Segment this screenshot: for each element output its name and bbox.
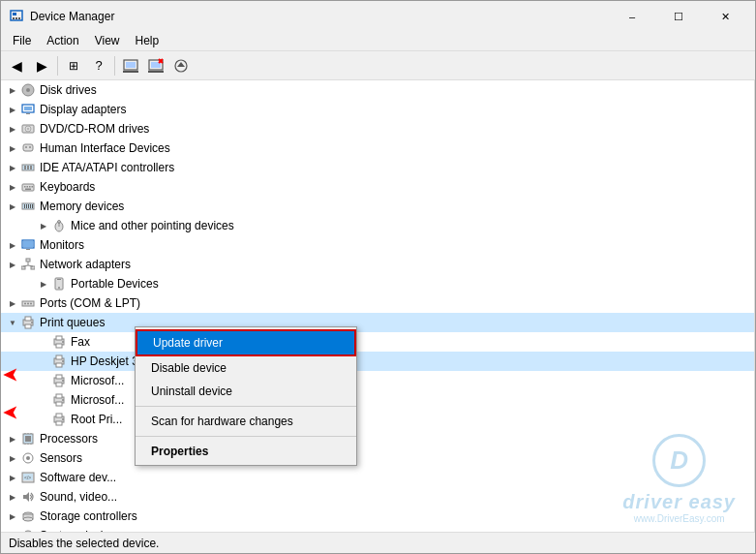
toolbar-properties[interactable]: ⊞: [62, 54, 85, 77]
tree-item-hid[interactable]: ▶ Human Interface Devices: [1, 138, 754, 158]
window-controls[interactable]: – ☐ ✕: [610, 7, 747, 26]
icon-storage: [20, 508, 36, 524]
toolbar-scan[interactable]: [119, 54, 142, 77]
toolbar-back[interactable]: ◀: [5, 54, 28, 77]
tree-item-ports[interactable]: ▶ Ports (COM & LPT): [1, 293, 754, 313]
svg-point-22: [27, 128, 29, 130]
svg-rect-38: [26, 204, 27, 208]
arrow-dvdcd: ▶: [5, 121, 20, 137]
tree-item-portable[interactable]: ▶ Portable Devices: [1, 274, 754, 293]
icon-monitors: [20, 237, 36, 253]
title-bar: Device Manager – ☐ ✕: [1, 1, 755, 30]
svg-rect-33: [29, 186, 31, 188]
svg-rect-2: [13, 17, 15, 19]
svg-rect-31: [24, 186, 26, 188]
label-portable: Portable Devices: [71, 277, 159, 291]
tree-item-system[interactable]: ▶ System devices: [1, 526, 754, 532]
tree-item-dvdcd[interactable]: ▶ DVD/CD-ROM drives: [1, 119, 754, 138]
toolbar-help[interactable]: ?: [87, 54, 110, 77]
toolbar-uninstall[interactable]: [144, 54, 167, 77]
arrow-display-adapters: ▶: [5, 102, 20, 117]
icon-ports: [20, 295, 36, 311]
context-menu-sep-2: [136, 436, 356, 437]
window-icon: [9, 9, 24, 24]
icon-microsoft1: [51, 373, 67, 388]
menu-help[interactable]: Help: [128, 32, 167, 48]
close-button[interactable]: ✕: [703, 7, 747, 26]
toolbar-forward[interactable]: ▶: [30, 54, 53, 77]
svg-line-52: [23, 265, 28, 266]
tree-item-storage[interactable]: ▶ Storage controllers: [1, 507, 754, 526]
svg-rect-39: [28, 204, 29, 208]
svg-point-59: [27, 303, 29, 305]
label-monitors: Monitors: [40, 238, 84, 252]
context-menu-disable-device[interactable]: Disable device: [136, 356, 356, 380]
arrow-system: ▶: [5, 528, 20, 532]
context-menu-properties[interactable]: Properties: [136, 440, 356, 463]
svg-point-25: [29, 146, 31, 148]
arrow-memory: ▶: [5, 199, 20, 214]
context-menu-uninstall-device[interactable]: Uninstall device: [136, 380, 356, 403]
tree-item-print-queues[interactable]: ▼ Print queues: [1, 313, 754, 332]
arrow-portable: ▶: [36, 276, 51, 292]
tree-item-processors[interactable]: ▶ Processors: [1, 429, 754, 448]
tree-item-network[interactable]: ▶ Network adapters: [1, 255, 754, 274]
tree-item-keyboards[interactable]: ▶ Keyboards: [1, 177, 754, 197]
label-processors: Processors: [40, 432, 98, 446]
toolbar-sep-2: [114, 56, 115, 76]
arrow-print-queues: ▼: [5, 315, 20, 330]
tree-item-ide[interactable]: ▶ IDE ATA/ATAPI controllers: [1, 158, 754, 177]
toolbar-update[interactable]: [169, 54, 193, 77]
tree-item-sound[interactable]: ▶ Sound, video...: [1, 487, 754, 507]
label-memory: Memory devices: [40, 200, 124, 213]
svg-rect-71: [56, 363, 62, 367]
icon-hid: [20, 140, 36, 156]
tree-item-display-adapters[interactable]: ▶ Display adapters: [1, 100, 754, 119]
tree-item-disk-drives[interactable]: ▶ Disk drives: [1, 80, 754, 100]
label-display-adapters: Display adapters: [40, 103, 126, 116]
icon-ide: [20, 160, 36, 175]
svg-rect-78: [56, 394, 62, 398]
svg-rect-34: [32, 186, 34, 188]
tree-item-mice[interactable]: ▶ Mice and other pointing devices: [1, 216, 754, 235]
icon-microsoft2: [51, 392, 67, 408]
arrow-monitors: ▶: [5, 237, 20, 253]
tree-item-microsoft2[interactable]: Microsof...: [1, 390, 754, 410]
svg-rect-75: [56, 383, 62, 386]
tree-item-software-dev[interactable]: ▶ </> Software dev...: [1, 468, 754, 487]
menu-bar: File Action View Help: [1, 30, 755, 51]
restore-button[interactable]: ☐: [656, 7, 701, 26]
context-menu-scan[interactable]: Scan for hardware changes: [136, 410, 356, 433]
context-menu-update-driver[interactable]: Update driver: [136, 329, 356, 356]
label-system: System devices: [40, 529, 121, 532]
svg-marker-14: [177, 62, 185, 67]
label-print-queues: Print queues: [40, 316, 105, 329]
tree-item-sensors[interactable]: ▶ Sensors: [1, 448, 754, 468]
arrow-sensors: ▶: [5, 450, 20, 466]
svg-rect-6: [126, 62, 136, 68]
device-list[interactable]: ▶ Disk drives ▶ Display adapters ▶: [1, 80, 755, 532]
icon-system: [20, 528, 36, 532]
svg-rect-23: [23, 144, 33, 151]
icon-software-dev: </>: [20, 470, 36, 485]
svg-rect-70: [56, 355, 62, 359]
label-disk-drives: Disk drives: [40, 83, 97, 97]
svg-point-80: [62, 399, 64, 401]
menu-action[interactable]: Action: [39, 32, 86, 48]
tree-item-hp-deskjet[interactable]: HP Deskjet 3050 J610 series: [1, 352, 754, 371]
svg-rect-28: [27, 166, 29, 169]
tree-item-monitors[interactable]: ▶ Monitors: [1, 235, 754, 255]
menu-file[interactable]: File: [5, 32, 39, 48]
status-text: Disables the selected device.: [9, 537, 159, 550]
svg-rect-62: [25, 317, 31, 321]
icon-hp-deskjet: [51, 354, 67, 369]
tree-item-microsoft1[interactable]: Microsof...: [1, 371, 754, 390]
minimize-button[interactable]: –: [610, 7, 654, 26]
svg-rect-29: [30, 166, 32, 169]
tree-item-fax[interactable]: Fax: [1, 332, 754, 352]
svg-point-72: [62, 360, 64, 362]
menu-view[interactable]: View: [87, 32, 128, 48]
tree-item-root-print[interactable]: Root Pri...: [1, 410, 754, 429]
svg-point-84: [62, 418, 64, 420]
tree-item-memory[interactable]: ▶ Memory devices: [1, 197, 754, 216]
